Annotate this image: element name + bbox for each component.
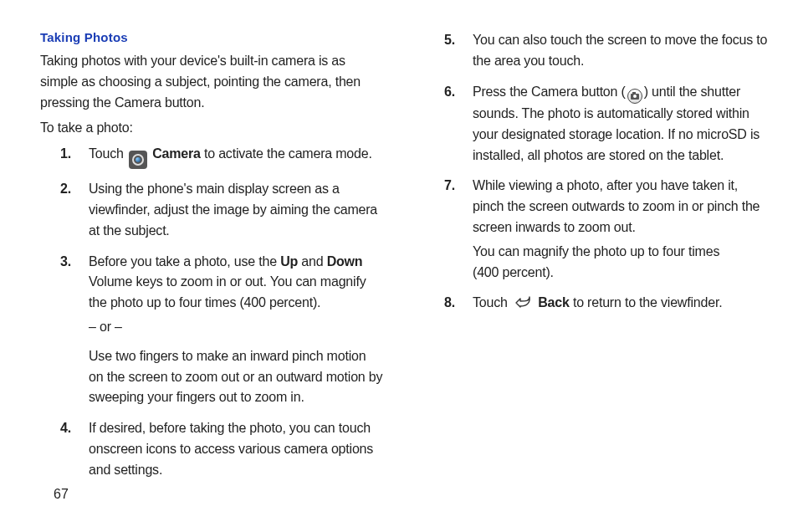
step-8-post: to return to the viewfinder. — [570, 295, 723, 309]
step-1-pre: Touch — [89, 146, 127, 161]
steps-list-left: Touch Camera to activate the camera mode… — [40, 144, 384, 480]
step-5: You can also touch the screen to move th… — [444, 30, 768, 72]
step-6-pre: Press the Camera button ( — [473, 84, 626, 99]
step-3-pre1: Before you take a photo, use the — [89, 254, 280, 269]
step-2: Using the phone's main display screen as… — [60, 179, 384, 241]
step-3-or: – or – — [89, 317, 384, 338]
section-title: Taking Photos — [40, 30, 384, 44]
step-6: Press the Camera button () until the shu… — [444, 82, 768, 166]
step-7: While viewing a photo, after you have ta… — [444, 176, 768, 283]
step-1: Touch Camera to activate the camera mode… — [60, 144, 384, 169]
step-7-sub2: (400 percent). — [473, 263, 768, 284]
step-7-sub1: You can magnify the photo up to four tim… — [473, 242, 768, 263]
camera-shutter-icon — [627, 89, 642, 104]
step-3-post1: Volume keys to zoom in or out. You can m… — [89, 274, 366, 309]
step-8-bold: Back — [538, 295, 569, 309]
step-8-pre: Touch — [473, 295, 511, 309]
step-8: Touch Back to return to the viewfinder. — [444, 293, 768, 314]
step-3-alt: Use two fingers to make an inward pinch … — [89, 346, 384, 408]
step-3-b2: Down — [327, 254, 363, 269]
camera-app-icon — [129, 151, 147, 169]
step-1-bold: Camera — [152, 146, 201, 161]
intro-paragraph: Taking photos with your device's built-i… — [40, 51, 384, 113]
step-3: Before you take a photo, use the Up and … — [60, 252, 384, 409]
right-column: You can also touch the screen to move th… — [424, 30, 768, 491]
lead-in: To take a photo: — [40, 118, 384, 139]
steps-list-right: You can also touch the screen to move th… — [424, 30, 768, 314]
step-3-mid1: and — [298, 254, 327, 269]
step-4: If desired, before taking the photo, you… — [60, 418, 384, 480]
left-column: Taking Photos Taking photos with your de… — [40, 30, 384, 491]
page-number: 67 — [54, 487, 69, 502]
content-columns: Taking Photos Taking photos with your de… — [40, 30, 768, 491]
step-7-main: While viewing a photo, after you have ta… — [473, 178, 760, 234]
step-3-b1: Up — [280, 254, 298, 269]
step-1-post: to activate the camera mode. — [201, 146, 372, 161]
back-icon — [513, 295, 533, 309]
